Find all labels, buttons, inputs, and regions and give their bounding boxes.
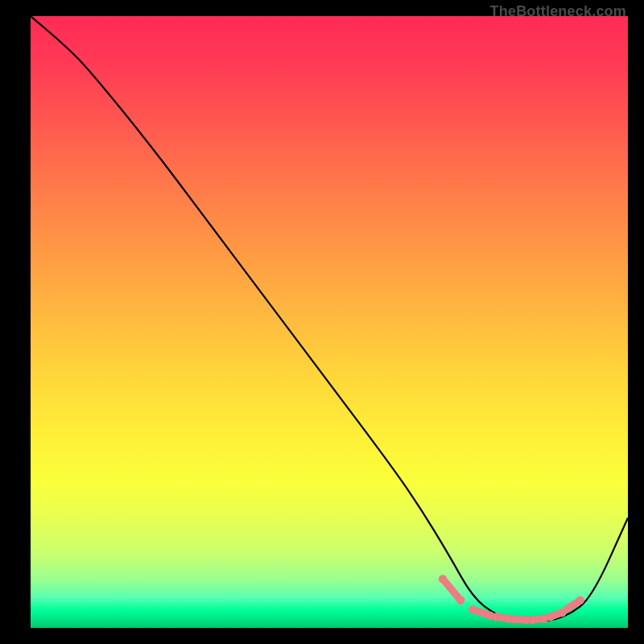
- svg-point-19: [564, 604, 572, 612]
- optimal-range-marker: [439, 575, 584, 624]
- svg-point-4: [469, 605, 477, 613]
- svg-point-2: [456, 597, 464, 605]
- source-attribution: TheBottleneck.com: [490, 3, 626, 20]
- chart-svg: [31, 16, 628, 628]
- svg-line-0: [443, 579, 460, 601]
- chart-container: TheBottleneck.com: [0, 0, 644, 644]
- svg-point-20: [576, 597, 584, 605]
- svg-point-7: [493, 613, 501, 621]
- svg-point-10: [510, 615, 518, 623]
- svg-point-16: [546, 613, 554, 621]
- svg-point-13: [528, 616, 536, 624]
- bottleneck-curve: [31, 16, 628, 621]
- svg-point-1: [439, 575, 447, 583]
- plot-area: [31, 16, 628, 628]
